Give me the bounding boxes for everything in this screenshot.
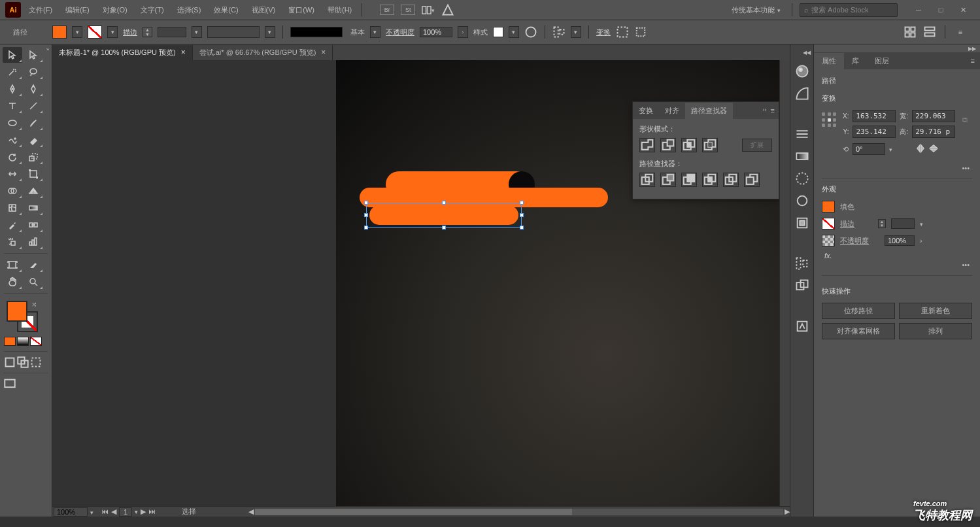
tab-align[interactable]: 对齐 xyxy=(659,103,685,119)
transparency-panel-icon[interactable] xyxy=(795,171,809,186)
prev-artboard[interactable]: ◀ xyxy=(111,507,116,517)
shape-builder-tool[interactable] xyxy=(3,183,22,199)
column-graph-tool[interactable] xyxy=(24,234,43,250)
stroke-weight-input-small[interactable] xyxy=(891,218,915,229)
fill-dropdown[interactable] xyxy=(72,26,82,38)
arrange-button[interactable]: 排列 xyxy=(899,323,972,339)
panel-menu-icon[interactable]: ≡ xyxy=(954,26,967,39)
transform-label[interactable]: 变换 xyxy=(596,27,611,37)
eyedropper-tool[interactable] xyxy=(3,217,22,233)
stroke-down[interactable]: ▼ xyxy=(143,32,152,37)
panel-menu-icon[interactable]: ≡ xyxy=(966,57,980,65)
menu-select[interactable]: 选择(S) xyxy=(172,3,207,18)
merge-button[interactable] xyxy=(681,173,697,187)
stroke-profile-dropdown[interactable] xyxy=(265,26,275,38)
panel-toggle-1[interactable] xyxy=(904,26,917,39)
gradient-mode-btn[interactable] xyxy=(17,337,29,346)
close-button[interactable]: ✕ xyxy=(956,3,970,16)
tab-transform[interactable]: 变换 xyxy=(633,103,659,119)
style-dropdown[interactable] xyxy=(509,26,519,38)
color-mode-btn[interactable] xyxy=(4,337,16,346)
align-dropdown[interactable] xyxy=(571,26,581,38)
selection-bounding-box[interactable] xyxy=(366,203,522,228)
props-collapse[interactable]: ▶▶ xyxy=(814,44,980,52)
intersect-button[interactable] xyxy=(681,138,697,152)
stroke-weight-dropdown[interactable] xyxy=(192,26,202,38)
stroke-dropdown[interactable] xyxy=(107,26,118,38)
opacity-dropdown[interactable]: › xyxy=(458,26,468,38)
fill-stroke-swatches[interactable]: ⤭ xyxy=(7,301,38,332)
exclude-button[interactable] xyxy=(702,138,718,152)
align-icon[interactable] xyxy=(552,26,566,39)
unite-button[interactable] xyxy=(639,138,655,152)
menu-type[interactable]: 文字(T) xyxy=(135,3,169,18)
stroke-weight-dropdown-small[interactable] xyxy=(920,220,923,228)
next-artboard[interactable]: ▶ xyxy=(141,507,146,517)
symbols-panel-icon[interactable] xyxy=(795,319,809,333)
stroke-weight-input[interactable] xyxy=(158,27,186,37)
offset-path-button[interactable]: 位移路径 xyxy=(822,303,895,319)
scrollbar-vertical[interactable] xyxy=(779,60,790,506)
tab-pathfinder[interactable]: 路径查找器 xyxy=(685,103,733,119)
divide-button[interactable] xyxy=(639,173,655,187)
doc-tab-1[interactable]: 未标题-1* @ 100% (RGB/GPU 预览)× xyxy=(52,45,193,60)
graphic-styles-panel-icon[interactable] xyxy=(795,216,809,230)
bridge-icon[interactable]: Br xyxy=(380,5,394,15)
mesh-tool[interactable] xyxy=(3,200,22,216)
direct-selection-tool[interactable] xyxy=(24,47,43,63)
slice-tool[interactable] xyxy=(24,257,43,273)
opacity-label[interactable]: 不透明度 xyxy=(386,27,414,37)
ellipse-tool[interactable] xyxy=(3,115,22,131)
lasso-tool[interactable] xyxy=(24,64,43,80)
width-tool[interactable] xyxy=(3,166,22,182)
type-tool[interactable] xyxy=(3,98,22,114)
graphic-style-swatch[interactable] xyxy=(493,27,503,37)
fx-button[interactable]: fx. xyxy=(822,252,972,260)
reference-point-selector[interactable] xyxy=(822,112,837,128)
draw-inside[interactable] xyxy=(30,357,42,367)
menu-object[interactable]: 对象(O) xyxy=(97,3,133,18)
tab-properties[interactable]: 属性 xyxy=(814,53,844,69)
flip-vertical-icon[interactable] xyxy=(929,144,938,154)
stroke-label[interactable]: 描边 xyxy=(123,27,137,37)
y-input[interactable] xyxy=(853,126,896,138)
more-options-icon[interactable]: ••• xyxy=(822,163,972,173)
fill-swatch-large[interactable] xyxy=(7,301,27,322)
artboard-tool[interactable] xyxy=(3,257,22,273)
pixel-snap-icon[interactable] xyxy=(634,26,647,39)
curvature-tool[interactable] xyxy=(24,81,43,97)
perspective-grid-tool[interactable] xyxy=(24,183,43,199)
brush-preview[interactable] xyxy=(290,27,343,37)
blend-tool[interactable] xyxy=(24,217,43,233)
doc-tab-2[interactable]: 尝试.ai* @ 66.67% (RGB/GPU 预览)× xyxy=(193,45,333,60)
hand-tool[interactable] xyxy=(3,274,22,290)
none-mode-btn[interactable] xyxy=(30,337,42,346)
panel-toggle-2[interactable] xyxy=(923,26,936,39)
close-icon[interactable]: × xyxy=(181,48,186,57)
appearance-panel-icon[interactable] xyxy=(795,194,809,208)
more-options-icon[interactable]: ••• xyxy=(822,260,972,270)
tab-libraries[interactable]: 库 xyxy=(844,53,867,69)
recolor-icon[interactable] xyxy=(524,26,537,39)
collapse-icon[interactable]: ›› xyxy=(763,107,767,114)
minus-back-button[interactable] xyxy=(744,173,760,187)
scrollbar-horizontal[interactable] xyxy=(255,509,783,515)
opacity-slider-toggle[interactable]: › xyxy=(920,237,922,245)
stroke-profile[interactable] xyxy=(207,26,260,38)
free-transform-tool[interactable] xyxy=(24,166,43,182)
canvas-viewport[interactable]: 变换 对齐 路径查找器 ›› ≡ 形状模式： xyxy=(52,60,779,506)
arrange-docs-icon[interactable] xyxy=(422,3,435,16)
stock-icon[interactable]: St xyxy=(401,5,415,15)
stroke-swatch-small[interactable] xyxy=(822,218,835,230)
zoom-tool[interactable] xyxy=(24,274,43,290)
minus-front-button[interactable] xyxy=(660,138,676,152)
symbol-sprayer-tool[interactable] xyxy=(3,234,22,250)
scrollbar-arrow-right[interactable]: ▶ xyxy=(785,507,790,516)
artboard-dropdown[interactable] xyxy=(135,507,138,517)
isolate-icon[interactable] xyxy=(616,26,629,39)
opacity-label[interactable]: 不透明度 xyxy=(840,236,879,246)
menu-view[interactable]: 视图(V) xyxy=(246,3,281,18)
stroke-up[interactable]: ▲ xyxy=(143,27,152,32)
artboard-number-input[interactable]: 1 xyxy=(119,507,132,517)
menu-edit[interactable]: 编辑(E) xyxy=(60,3,95,18)
